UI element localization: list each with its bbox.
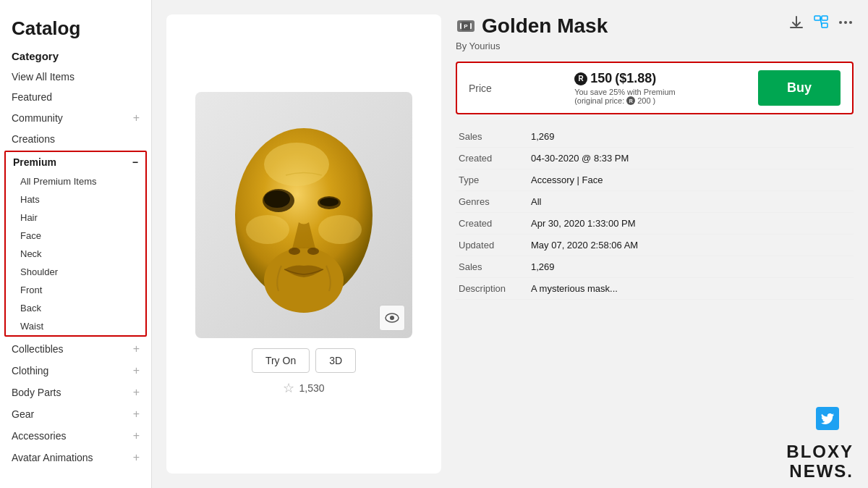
detail-label: Sales xyxy=(456,126,528,148)
sidebar-item-creations[interactable]: Creations xyxy=(0,129,151,149)
premium-section: Premium − All Premium Items Hats Hair Fa… xyxy=(4,151,147,337)
svg-rect-20 xyxy=(822,23,827,28)
sidebar-item-neck[interactable]: Neck xyxy=(6,245,145,263)
svg-rect-18 xyxy=(814,16,820,20)
detail-label: Description xyxy=(456,278,528,300)
twitter-icon xyxy=(821,413,834,424)
sidebar-item-front[interactable]: Front xyxy=(6,281,145,299)
svg-point-8 xyxy=(320,198,339,206)
3d-button[interactable]: 3D xyxy=(315,348,356,373)
avatar-animations-expand-icon: + xyxy=(133,451,140,464)
item-image xyxy=(213,106,394,324)
svg-text:P: P xyxy=(464,23,468,30)
table-row: Created 04-30-2020 @ 8:33 PM xyxy=(456,148,854,169)
sidebar-item-shoulder[interactable]: Shoulder xyxy=(6,263,145,281)
body-parts-expand-icon: + xyxy=(133,386,140,399)
item-image-panel: Try On 3D ☆ 1,530 xyxy=(166,14,441,474)
item-title-row: P Golden Mask xyxy=(456,14,608,38)
star-icon: ☆ xyxy=(283,380,294,396)
svg-point-4 xyxy=(318,215,362,244)
community-expand-icon: + xyxy=(133,112,140,125)
item-title: Golden Mask xyxy=(482,14,608,38)
sidebar-item-clothing[interactable]: Clothing + xyxy=(0,360,151,382)
svg-point-12 xyxy=(390,316,394,320)
item-details-table: Sales 1,269 Created 04-30-2020 @ 8:33 PM… xyxy=(456,126,854,300)
detail-value: A mysterious mask... xyxy=(528,278,854,300)
sidebar-item-face[interactable]: Face xyxy=(6,227,145,245)
table-row: Created Apr 30, 2020 1:33:00 PM xyxy=(456,213,854,235)
sidebar-item-body-parts[interactable]: Body Parts + xyxy=(0,382,151,403)
svg-point-9 xyxy=(289,248,300,255)
sidebar-item-community[interactable]: Community + xyxy=(0,107,151,129)
detail-label: Genres xyxy=(456,191,528,213)
accessories-expand-icon: + xyxy=(133,429,140,442)
table-row: Genres All xyxy=(456,191,854,213)
table-row: Description A mysterious mask... xyxy=(456,278,854,300)
sidebar-item-accessories[interactable]: Accessories + xyxy=(0,425,151,447)
detail-label: Created xyxy=(456,148,528,169)
table-row: Updated May 07, 2020 2:58:06 AM xyxy=(456,235,854,256)
robux-icon: R xyxy=(574,72,587,85)
detail-value: May 07, 2020 2:58:06 AM xyxy=(528,235,854,256)
item-details-panel: P Golden Mask xyxy=(456,14,854,474)
sidebar-item-all-premium[interactable]: All Premium Items xyxy=(6,172,145,190)
original-price: (original price: R 200) xyxy=(574,96,655,105)
price-label: Price xyxy=(469,83,492,94)
detail-label: Created xyxy=(456,213,528,235)
price-robux: 150 xyxy=(590,71,612,86)
sidebar-item-waist[interactable]: Waist xyxy=(6,317,145,335)
catalog-title: Catalog xyxy=(0,12,151,43)
table-row: Sales 1,269 xyxy=(456,126,854,148)
sidebar-item-avatar-animations[interactable]: Avatar Animations + xyxy=(0,447,151,468)
detail-label: Sales xyxy=(456,256,528,278)
sidebar-item-back[interactable]: Back xyxy=(6,299,145,317)
svg-point-6 xyxy=(264,190,290,208)
item-header: P Golden Mask xyxy=(456,14,854,38)
try-on-button[interactable]: Try On xyxy=(252,348,310,373)
price-info: R 150 ($1.88) You save 25% with Premium … xyxy=(574,71,676,105)
price-main: R 150 ($1.88) xyxy=(574,71,656,86)
price-box: Price R 150 ($1.88) You save 25% with Pr… xyxy=(456,62,854,114)
svg-rect-19 xyxy=(822,16,827,20)
watermark: BLOXY NEWS. xyxy=(786,442,854,481)
watermark-line1: BLOXY xyxy=(786,442,854,461)
sidebar-item-gear[interactable]: Gear + xyxy=(0,403,151,425)
svg-point-10 xyxy=(307,248,319,255)
detail-value: 04-30-2020 @ 8:33 PM xyxy=(528,148,854,169)
detail-label: Type xyxy=(456,169,528,191)
svg-point-3 xyxy=(246,215,289,244)
detail-value: Accessory | Face xyxy=(528,169,854,191)
premium-collapse-icon: − xyxy=(132,156,138,168)
detail-value: All xyxy=(528,191,854,213)
table-row: Type Accessory | Face xyxy=(456,169,854,191)
sidebar: Catalog Category View All Items Featured… xyxy=(0,0,152,488)
view-icon-button[interactable] xyxy=(379,305,405,331)
twitter-button[interactable] xyxy=(816,407,839,430)
share-icon[interactable] xyxy=(813,14,829,34)
item-header-actions xyxy=(788,14,854,34)
table-row: Sales 1,269 xyxy=(456,256,854,278)
sidebar-item-featured[interactable]: Featured xyxy=(0,87,151,107)
svg-point-2 xyxy=(264,143,329,186)
main-content: Try On 3D ☆ 1,530 xyxy=(152,0,868,488)
sidebar-item-collectibles[interactable]: Collectibles + xyxy=(0,338,151,360)
buy-button[interactable]: Buy xyxy=(758,70,841,106)
original-robux-icon: R xyxy=(626,96,635,105)
svg-point-1 xyxy=(264,248,344,313)
svg-point-25 xyxy=(849,21,852,24)
item-rating: ☆ 1,530 xyxy=(283,380,324,396)
more-options-icon[interactable] xyxy=(838,14,854,34)
sidebar-item-hair[interactable]: Hair xyxy=(6,209,145,227)
download-icon[interactable] xyxy=(788,14,804,34)
sidebar-item-premium[interactable]: Premium − xyxy=(6,152,145,172)
watermark-line2: NEWS. xyxy=(789,461,854,481)
item-actions: Try On 3D xyxy=(252,348,356,373)
sidebar-item-hats[interactable]: Hats xyxy=(6,190,145,209)
sidebar-item-view-all[interactable]: View All Items xyxy=(0,67,151,87)
clothing-expand-icon: + xyxy=(133,364,140,377)
premium-membership-icon: P xyxy=(456,16,476,36)
detail-value: Apr 30, 2020 1:33:00 PM xyxy=(528,213,854,235)
item-author: By Yourius xyxy=(456,41,854,51)
item-image-container xyxy=(195,92,412,338)
svg-point-23 xyxy=(839,21,842,24)
